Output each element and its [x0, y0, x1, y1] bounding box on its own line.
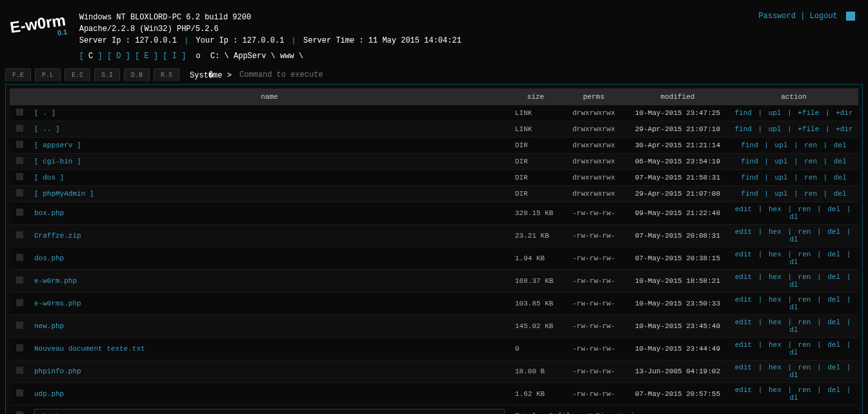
action-find[interactable]: find — [741, 141, 758, 149]
action-hex[interactable]: hex — [769, 386, 782, 394]
action-ren[interactable]: ren — [798, 296, 811, 304]
action-del[interactable]: del — [827, 205, 840, 213]
row-checkbox[interactable] — [16, 231, 23, 238]
row-checkbox[interactable] — [16, 209, 23, 216]
action-del[interactable]: del — [827, 251, 840, 258]
tab-s-i[interactable]: S.I — [94, 68, 120, 81]
file-link[interactable]: box.php — [34, 209, 64, 217]
row-checkbox[interactable] — [16, 189, 23, 196]
drive-I[interactable]: I — [172, 52, 177, 61]
action-select[interactable]: Action — [34, 409, 505, 414]
action-hex[interactable]: hex — [769, 228, 782, 236]
action-plus-dir[interactable]: +dir — [836, 125, 853, 133]
row-checkbox[interactable] — [16, 125, 23, 132]
action-hex[interactable]: hex — [769, 296, 782, 304]
row-checkbox[interactable] — [16, 276, 23, 284]
file-link[interactable]: udp.php — [34, 390, 64, 398]
action-ren[interactable]: ren — [798, 318, 811, 326]
action-dl[interactable]: dl — [789, 281, 798, 289]
file-link[interactable]: [ . ] — [34, 109, 56, 117]
action-dl[interactable]: dl — [789, 371, 798, 379]
action-ren[interactable]: ren — [798, 364, 811, 371]
action-plus-file[interactable]: +file — [798, 125, 819, 133]
col-name-header[interactable]: name — [29, 88, 510, 105]
action-upl[interactable]: upl — [775, 158, 788, 165]
row-checkbox[interactable] — [16, 367, 23, 374]
row-checkbox[interactable] — [16, 141, 23, 148]
action-edit[interactable]: edit — [735, 386, 752, 394]
action-find[interactable]: find — [741, 174, 758, 181]
action-del[interactable]: del — [827, 364, 840, 371]
action-dl[interactable]: dl — [789, 213, 798, 221]
tab-r-s[interactable]: R.S — [154, 68, 179, 81]
action-plus-file[interactable]: +file — [798, 109, 819, 117]
action-edit[interactable]: edit — [735, 205, 752, 213]
action-hex[interactable]: hex — [769, 205, 782, 213]
file-link[interactable]: dos.php — [34, 254, 64, 262]
action-edit[interactable]: edit — [735, 318, 752, 326]
action-ren[interactable]: ren — [798, 386, 811, 394]
row-checkbox[interactable] — [16, 173, 23, 180]
action-upl[interactable]: upl — [769, 109, 782, 117]
file-link[interactable]: new.php — [34, 322, 64, 330]
action-upl[interactable]: upl — [775, 141, 788, 149]
password-link[interactable]: Password — [758, 12, 796, 21]
action-edit[interactable]: edit — [735, 251, 752, 258]
tab-d-b[interactable]: D.B — [124, 68, 150, 81]
col-size-header[interactable]: size — [510, 88, 561, 105]
action-ren[interactable]: ren — [804, 158, 817, 165]
row-checkbox[interactable] — [16, 109, 23, 116]
action-hex[interactable]: hex — [769, 364, 782, 371]
row-checkbox[interactable] — [16, 254, 23, 261]
drive-D[interactable]: D — [116, 52, 121, 61]
action-del[interactable]: del — [834, 141, 847, 149]
file-link[interactable]: Nouveau document texte.txt — [34, 345, 145, 353]
file-link[interactable]: [ dos ] — [34, 174, 64, 181]
file-link[interactable]: [ .. ] — [34, 125, 60, 133]
action-edit[interactable]: edit — [735, 341, 752, 349]
action-dl[interactable]: dl — [789, 258, 798, 266]
file-link[interactable]: phpinfo.php — [34, 367, 81, 375]
action-ren[interactable]: ren — [804, 174, 817, 181]
action-upl[interactable]: upl — [769, 125, 782, 133]
action-ren[interactable]: ren — [798, 228, 811, 236]
action-edit[interactable]: edit — [735, 273, 752, 281]
logout-link[interactable]: Logout — [810, 12, 838, 21]
action-del[interactable]: del — [827, 318, 840, 326]
action-hex[interactable]: hex — [769, 318, 782, 326]
action-del[interactable]: del — [827, 228, 840, 236]
action-dl[interactable]: dl — [789, 326, 798, 334]
file-link[interactable]: e-w0rms.php — [34, 300, 81, 307]
action-del[interactable]: del — [834, 174, 847, 181]
action-dl[interactable]: dl — [789, 236, 798, 243]
action-ren[interactable]: ren — [804, 141, 817, 149]
action-del[interactable]: del — [827, 273, 840, 281]
action-del[interactable]: del — [827, 296, 840, 304]
action-ren[interactable]: ren — [798, 251, 811, 258]
cmd-input[interactable] — [239, 70, 433, 79]
action-hex[interactable]: hex — [769, 251, 782, 258]
tab-f-e[interactable]: F.E — [5, 68, 31, 81]
action-del[interactable]: del — [827, 341, 840, 349]
row-checkbox[interactable] — [16, 299, 23, 306]
checkbox-all[interactable] — [16, 92, 23, 99]
action-edit[interactable]: edit — [735, 228, 752, 236]
current-path[interactable]: C: \ AppServ \ www \ — [206, 52, 303, 61]
action-dl[interactable]: dl — [789, 349, 798, 357]
action-find[interactable]: find — [734, 125, 751, 133]
logout-icon[interactable] — [846, 12, 855, 21]
action-ren[interactable]: ren — [798, 273, 811, 281]
action-hex[interactable]: hex — [769, 341, 782, 349]
row-checkbox[interactable] — [16, 344, 23, 351]
file-link[interactable]: [ phpMyAdmin ] — [34, 190, 94, 198]
action-del[interactable]: del — [834, 190, 847, 198]
tab-p-l[interactable]: P.L — [35, 68, 61, 81]
file-link[interactable]: Craffze.zip — [34, 232, 81, 240]
action-find[interactable]: find — [741, 158, 758, 165]
checkbox-footer[interactable] — [16, 411, 23, 414]
action-ren[interactable]: ren — [798, 205, 811, 213]
action-dl[interactable]: dl — [789, 394, 798, 402]
action-find[interactable]: find — [741, 190, 758, 198]
drive-E[interactable]: E — [145, 52, 149, 61]
file-link[interactable]: [ cgi-bin ] — [34, 158, 81, 165]
